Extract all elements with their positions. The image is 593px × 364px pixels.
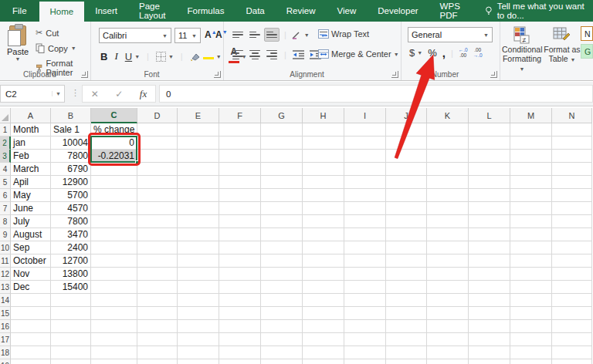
cell-A15[interactable] <box>11 307 51 320</box>
cell-C4[interactable] <box>91 163 137 176</box>
cell-D4[interactable] <box>137 163 178 176</box>
cell-B18[interactable] <box>51 346 91 359</box>
cell-H1[interactable] <box>303 123 344 136</box>
column-header-A[interactable]: A <box>11 108 51 123</box>
cell-K4[interactable] <box>427 163 469 176</box>
cell-G17[interactable] <box>261 333 303 346</box>
cell-E5[interactable] <box>178 176 219 189</box>
column-header-L[interactable]: L <box>469 108 510 123</box>
cell-M18[interactable] <box>510 346 552 359</box>
cell-L19[interactable] <box>469 359 510 364</box>
cell-F10[interactable] <box>219 241 261 254</box>
cell-L13[interactable] <box>469 281 510 294</box>
orientation-button[interactable]: ▼ <box>291 29 310 40</box>
cell-H6[interactable] <box>303 189 344 202</box>
column-header-K[interactable]: K <box>427 108 469 123</box>
cell-B7[interactable]: 4570 <box>51 202 91 215</box>
cell-C18[interactable] <box>91 346 137 359</box>
cell-L8[interactable] <box>469 215 510 228</box>
cut-button[interactable]: ✂ Cut <box>36 28 59 38</box>
row-header-14[interactable]: 14 <box>0 294 11 307</box>
cell-M17[interactable] <box>510 333 552 346</box>
cell-J3[interactable] <box>386 150 427 163</box>
cell-M6[interactable] <box>510 189 552 202</box>
cell-N5[interactable] <box>552 176 592 189</box>
cell-N9[interactable] <box>552 228 592 241</box>
row-header-12[interactable]: 12 <box>0 268 11 281</box>
cell-L6[interactable] <box>469 189 510 202</box>
row-header-4[interactable]: 4 <box>0 163 11 176</box>
tab-formulas[interactable]: Formulas <box>177 0 236 22</box>
cell-K7[interactable] <box>427 202 469 215</box>
row-header-16[interactable]: 16 <box>0 320 11 333</box>
cell-J1[interactable] <box>386 123 427 136</box>
name-box[interactable]: C2 ▼ <box>0 85 65 103</box>
cell-I15[interactable] <box>344 307 386 320</box>
cell-B10[interactable]: 2400 <box>51 241 91 254</box>
column-header-B[interactable]: B <box>51 108 91 123</box>
cell-C14[interactable] <box>91 294 137 307</box>
cell-J16[interactable] <box>386 320 427 333</box>
cell-F3[interactable] <box>219 150 261 163</box>
cell-M12[interactable] <box>510 268 552 281</box>
cell-F13[interactable] <box>219 281 261 294</box>
cell-H10[interactable] <box>303 241 344 254</box>
cell-H12[interactable] <box>303 268 344 281</box>
cell-A11[interactable]: October <box>11 254 51 268</box>
row-header-5[interactable]: 5 <box>0 176 11 189</box>
align-top-button[interactable] <box>230 28 246 42</box>
font-size-select[interactable]: 11 ▼ <box>175 28 201 43</box>
decrease-indent-button[interactable] <box>291 48 307 62</box>
select-all-button[interactable] <box>0 108 11 123</box>
cell-F5[interactable] <box>219 176 261 189</box>
cell-D6[interactable] <box>137 189 178 202</box>
cell-E6[interactable] <box>178 189 219 202</box>
row-header-18[interactable]: 18 <box>0 346 11 359</box>
cell-K13[interactable] <box>427 281 469 294</box>
font-dialog-launcher[interactable] <box>214 71 221 78</box>
conditional-formatting-button[interactable]: ≠ ConditionalFormatting ▼ <box>502 26 542 72</box>
cell-C9[interactable] <box>91 228 137 241</box>
cell-M16[interactable] <box>510 320 552 333</box>
cell-H17[interactable] <box>303 333 344 346</box>
cell-B19[interactable] <box>51 359 91 364</box>
underline-button[interactable]: U▼ <box>125 51 140 62</box>
cell-A12[interactable]: Nov <box>11 268 51 281</box>
cell-K1[interactable] <box>427 123 469 136</box>
increase-decimal-button[interactable]: ←.0.00 <box>459 48 468 58</box>
cell-B11[interactable]: 12700 <box>51 254 91 268</box>
cell-A17[interactable] <box>11 333 51 346</box>
cell-G11[interactable] <box>261 254 303 268</box>
cell-G2[interactable] <box>261 136 303 150</box>
cell-K15[interactable] <box>427 307 469 320</box>
cell-H9[interactable] <box>303 228 344 241</box>
cell-G8[interactable] <box>261 215 303 228</box>
cell-A14[interactable] <box>11 294 51 307</box>
cell-C5[interactable] <box>91 176 137 189</box>
cell-N19[interactable] <box>552 359 592 364</box>
align-middle-button[interactable] <box>247 28 263 42</box>
cell-I17[interactable] <box>344 333 386 346</box>
cell-M15[interactable] <box>510 307 552 320</box>
cell-N17[interactable] <box>552 333 592 346</box>
cell-F8[interactable] <box>219 215 261 228</box>
tab-file[interactable]: File <box>0 0 39 22</box>
cell-I2[interactable] <box>344 136 386 150</box>
cell-K19[interactable] <box>427 359 469 364</box>
cell-C6[interactable] <box>91 189 137 202</box>
number-dialog-launcher[interactable] <box>490 71 497 78</box>
row-header-8[interactable]: 8 <box>0 215 11 228</box>
cell-K10[interactable] <box>427 241 469 254</box>
cell-A9[interactable]: August <box>11 228 51 241</box>
cell-B14[interactable] <box>51 294 91 307</box>
align-left-button[interactable] <box>230 48 246 62</box>
cell-C3[interactable]: -0.22031 <box>91 150 137 163</box>
cell-L2[interactable] <box>469 136 510 150</box>
column-header-M[interactable]: M <box>510 108 552 123</box>
cell-M5[interactable] <box>510 176 552 189</box>
cell-N2[interactable] <box>552 136 592 150</box>
column-header-G[interactable]: G <box>261 108 303 123</box>
cell-M9[interactable] <box>510 228 552 241</box>
cell-E7[interactable] <box>178 202 219 215</box>
cell-I6[interactable] <box>344 189 386 202</box>
